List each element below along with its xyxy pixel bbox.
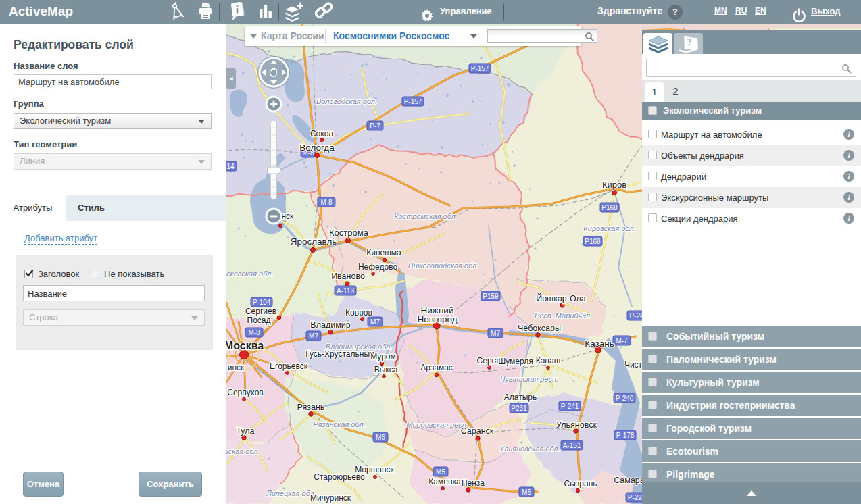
svg-text:Рязань: Рязань <box>297 403 325 412</box>
svg-text:Муром: Муром <box>370 352 396 361</box>
svg-text:Ярославль: Ярославль <box>291 236 337 247</box>
svg-text:Р168: Р168 <box>585 238 601 245</box>
svg-text:А-113: А-113 <box>337 287 354 295</box>
svg-text:Костромская обл.: Костромская обл. <box>394 212 458 220</box>
svg-text:Алатырь: Алатырь <box>504 393 537 402</box>
svg-text:Киров: Киров <box>602 180 626 190</box>
svg-text:Шумерля: Шумерля <box>498 357 533 366</box>
svg-text:Мордовская респ.: Мордовская респ. <box>406 421 468 429</box>
svg-text:14: 14 <box>226 163 235 170</box>
svg-text:Р-157: Р-157 <box>471 65 489 72</box>
svg-text:Московская обл.: Московская обл. <box>226 270 273 278</box>
svg-text:льская обл.: льская обл. <box>226 447 260 455</box>
svg-text:Пенза: Пенза <box>462 478 485 488</box>
svg-text:Нижегородская обл.: Нижегородская обл. <box>408 261 479 270</box>
svg-text:М7: М7 <box>309 332 318 340</box>
svg-text:Р-240: Р-240 <box>616 395 634 402</box>
svg-text:Тула: Тула <box>236 426 254 436</box>
svg-text:Ковров: Ковров <box>345 308 372 318</box>
svg-text:Рязанская обл.: Рязанская обл. <box>313 420 365 428</box>
svg-text:А-151: А-151 <box>563 442 581 449</box>
svg-text:Р-104: Р-104 <box>253 299 271 306</box>
svg-text:инск: инск <box>228 363 245 372</box>
svg-text:Р-228: Р-228 <box>628 494 642 501</box>
svg-text:Кинешма: Кинешма <box>366 248 401 257</box>
svg-text:Нефедово: Нефедово <box>358 262 398 272</box>
svg-text:Респ. Марий-Эл: Респ. Марий-Эл <box>535 311 590 320</box>
svg-text:Р-178: Р-178 <box>616 432 635 439</box>
svg-text:Р-7: Р-7 <box>370 122 380 130</box>
svg-text:Липецкая обл.: Липецкая обл. <box>266 489 316 497</box>
svg-text:Р231: Р231 <box>511 405 527 412</box>
svg-text:Ульяновск: Ульяновск <box>556 420 597 430</box>
svg-text:Чебоксары: Чебоксары <box>518 324 561 333</box>
svg-text:Арзамас: Арзамас <box>420 363 453 372</box>
svg-text:Иваново: Иваново <box>331 272 365 281</box>
svg-text:Казань: Казань <box>585 338 614 349</box>
svg-text:Владимир: Владимир <box>310 320 350 330</box>
svg-text:М5: М5 <box>522 488 531 496</box>
svg-text:М5: М5 <box>436 468 445 476</box>
svg-text:Чувашская респ.: Чувашская респ. <box>500 375 558 383</box>
svg-text:М-8: М-8 <box>320 199 333 206</box>
svg-text:Новгород: Новгород <box>417 314 457 324</box>
svg-text:Серпухов: Серпухов <box>227 388 263 397</box>
svg-text:Р159: Р159 <box>483 293 499 300</box>
svg-text:Каменка: Каменка <box>428 477 461 486</box>
svg-text:Йошкар-Ола: Йошкар-Ола <box>536 293 586 303</box>
svg-text:Кировская обл.: Кировская обл. <box>583 224 635 232</box>
svg-text:Выкса: Выкса <box>374 365 398 374</box>
svg-text:Сокол: Сокол <box>310 129 333 138</box>
svg-text:Москва: Москва <box>226 340 264 351</box>
svg-text:Вологда: Вологда <box>299 143 335 153</box>
svg-text:Кострома: Кострома <box>329 228 369 238</box>
svg-text:Сызрань: Сызрань <box>564 479 597 488</box>
svg-text:М5: М5 <box>376 434 385 441</box>
svg-text:М-7: М-7 <box>616 337 628 345</box>
svg-text:?: ? <box>687 37 692 47</box>
svg-text:М7: М7 <box>491 330 500 337</box>
svg-text:Сергиев: Сергиев <box>245 307 276 316</box>
svg-text:Посад: Посад <box>247 316 271 325</box>
svg-text:Вологодская обл.: Вологодская обл. <box>316 97 377 105</box>
svg-text:Канаш: Канаш <box>536 356 561 366</box>
svg-text:Чист: Чист <box>624 360 642 370</box>
svg-text:М7: М7 <box>370 318 380 326</box>
svg-text:Р-157: Р-157 <box>404 98 422 105</box>
svg-text:Р-24: Р-24 <box>629 312 642 320</box>
svg-text:Р168: Р168 <box>601 204 618 211</box>
svg-text:Ульяновская обл.: Ульяновская обл. <box>499 445 560 453</box>
svg-text:Егорьевск: Егорьевск <box>270 361 308 371</box>
svg-text:М-8: М-8 <box>248 329 260 336</box>
svg-text:Р-241: Р-241 <box>561 403 579 410</box>
svg-text:Староюрьево: Староюрьево <box>314 472 365 482</box>
svg-text:Саранск: Саранск <box>461 426 494 436</box>
svg-text:Мичуринск: Мичуринск <box>310 493 351 503</box>
svg-text:Самара: Самара <box>614 476 642 485</box>
svg-text:Гусь-Хрустальный: Гусь-Хрустальный <box>305 349 374 359</box>
